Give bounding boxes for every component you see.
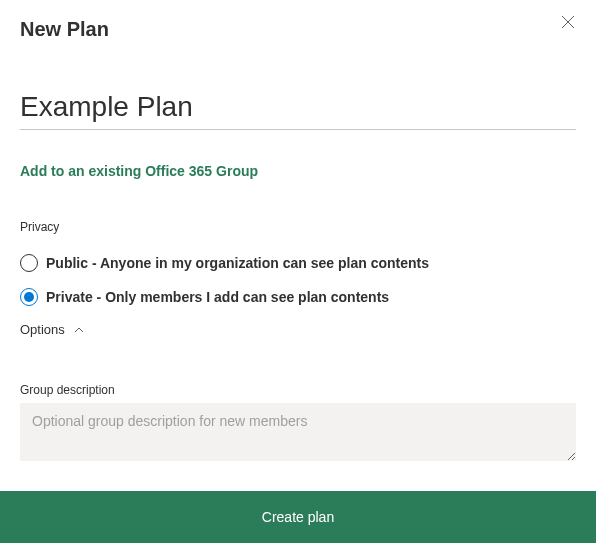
close-button[interactable] bbox=[558, 14, 578, 34]
privacy-option-private[interactable]: Private - Only members I add can see pla… bbox=[20, 288, 576, 306]
new-plan-panel: New Plan Add to an existing Office 365 G… bbox=[0, 0, 596, 465]
plan-name-input[interactable] bbox=[20, 89, 576, 130]
privacy-label: Privacy bbox=[20, 220, 576, 234]
options-toggle[interactable]: Options bbox=[20, 322, 576, 337]
privacy-option-public[interactable]: Public - Anyone in my organization can s… bbox=[20, 254, 576, 272]
panel-header: New Plan bbox=[20, 18, 576, 41]
group-description-textarea[interactable] bbox=[20, 403, 576, 461]
group-description-label: Group description bbox=[20, 383, 576, 397]
options-label: Options bbox=[20, 322, 65, 337]
close-icon bbox=[561, 15, 575, 33]
panel-title: New Plan bbox=[20, 18, 109, 41]
chevron-up-icon bbox=[73, 324, 85, 336]
radio-icon bbox=[20, 288, 38, 306]
radio-icon bbox=[20, 254, 38, 272]
privacy-option-label: Public - Anyone in my organization can s… bbox=[46, 255, 429, 271]
privacy-radio-group: Public - Anyone in my organization can s… bbox=[20, 254, 576, 306]
privacy-option-label: Private - Only members I add can see pla… bbox=[46, 289, 389, 305]
add-existing-group-link[interactable]: Add to an existing Office 365 Group bbox=[20, 163, 258, 179]
create-plan-button[interactable]: Create plan bbox=[0, 491, 596, 543]
